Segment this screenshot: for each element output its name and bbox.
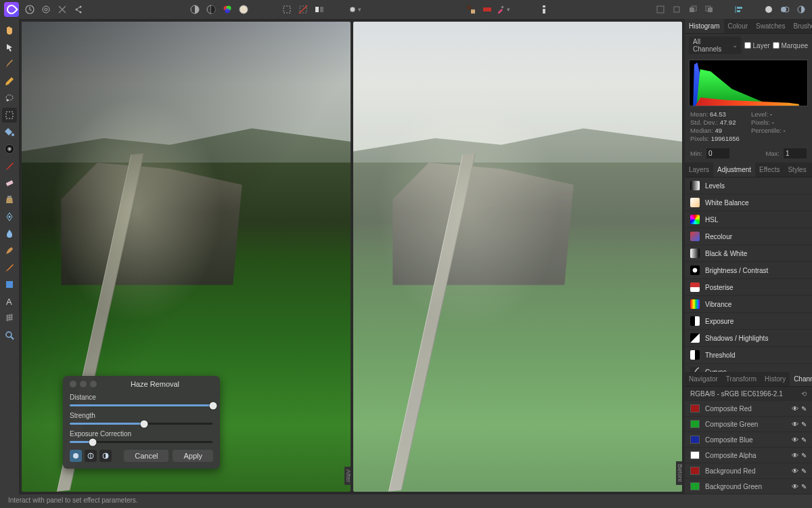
channel-background-red[interactable]: Background Red👁✎ [685,463,812,479]
adjustment-white-balance[interactable]: White Balance [685,194,812,211]
channel-background-green[interactable]: Background Green👁✎ [685,479,812,494]
adjustment-black-white[interactable]: Black & White [685,245,812,262]
adjustment-exposure[interactable]: Exposure [685,313,812,330]
pointer-tool[interactable] [2,40,17,55]
swatch-a-icon[interactable] [464,3,478,16]
adjustment-recolour[interactable]: Recolour [685,228,812,245]
histogram-channel-select[interactable]: All Channels [689,37,742,54]
adjustment-shadows-highlights[interactable]: Shadows / Highlights [685,330,812,347]
adjustment-brightness-contrast[interactable]: Brightness / Contrast [685,262,812,279]
split-icon[interactable] [313,3,326,16]
channel-visibility-icon[interactable]: 👁 [792,421,798,428]
clone-tool[interactable] [2,192,17,207]
adjustment-levels[interactable]: Levels [685,177,812,194]
channel-visibility-icon[interactable]: 👁 [792,405,798,412]
arrange-4-icon[interactable] [702,3,716,16]
channel-composite-green[interactable]: Composite Green👁✎ [685,417,812,432]
slider-distance[interactable] [70,404,213,406]
contrast-icon[interactable] [204,3,218,16]
marquee-tool[interactable] [2,108,17,123]
adjustment-threshold[interactable]: Threshold [685,347,812,364]
target-icon[interactable] [39,3,53,16]
channel-edit-icon[interactable]: ✎ [801,467,807,475]
tab-brushes[interactable]: Brushes [789,19,812,33]
channel-visibility-icon[interactable]: 👁 [792,436,798,444]
tab-styles[interactable]: Styles [784,163,810,177]
window-traffic-lights[interactable] [70,381,97,387]
tab-swatches[interactable]: Swatches [752,19,789,33]
fill-tool[interactable] [2,125,17,140]
channel-visibility-icon[interactable]: 👁 [792,452,798,459]
adjustment-curves[interactable]: Curves [685,364,812,372]
hand-tool[interactable] [2,23,17,38]
channel-composite-blue[interactable]: Composite Blue👁✎ [685,432,812,448]
preview-split-icon[interactable] [85,450,97,462]
adjustment-posterise[interactable]: Posterise [685,279,812,296]
histogram-layer-checkbox[interactable]: Layer [744,42,770,49]
smudge-tool[interactable] [2,243,17,258]
preview-mirror-icon[interactable] [99,450,112,462]
quickmask-dropdown[interactable] [348,3,361,16]
channel-composite-alpha[interactable]: Composite Alpha👁✎ [685,448,812,463]
disable-selection-icon[interactable] [296,3,310,16]
cancel-button[interactable]: Cancel [124,450,168,462]
pen-tool[interactable] [2,209,17,224]
channel-edit-icon[interactable]: ✎ [801,483,807,490]
channels-reset-icon[interactable]: ⟲ [801,390,807,398]
eyedropper-dropdown[interactable] [497,3,510,16]
orange-brush-tool[interactable] [2,260,17,275]
channel-visibility-icon[interactable]: 👁 [792,483,798,490]
tab-effects[interactable]: Effects [755,163,784,177]
lasso-tool[interactable] [2,91,17,106]
shape-tool[interactable] [2,277,17,292]
app-icon[interactable] [4,2,19,17]
tab-navigator[interactable]: Navigator [685,372,722,386]
arrange-1-icon[interactable] [654,3,667,16]
tab-layers[interactable]: Layers [685,163,713,177]
preview-full-icon[interactable] [70,450,82,462]
slider-strength[interactable] [70,423,213,425]
histogram-min-input[interactable] [706,148,729,158]
align-icon[interactable] [732,3,746,16]
arrange-2-icon[interactable] [670,3,683,16]
channel-edit-icon[interactable]: ✎ [801,452,807,459]
tone-icon[interactable] [237,3,250,16]
tab-adjustment[interactable]: Adjustment [713,163,755,177]
share-icon[interactable] [72,3,85,16]
halftone-icon[interactable] [188,3,202,16]
adjustment-vibrance[interactable]: Vibrance [685,296,812,313]
view-before[interactable]: Before [353,22,682,492]
histogram-max-input[interactable] [784,148,807,158]
swatch-b-icon[interactable] [480,3,494,16]
tab-history[interactable]: History [761,372,790,386]
zoom-tool[interactable] [2,328,17,343]
color-picker-tool[interactable] [2,142,17,156]
fx-a-icon[interactable] [762,3,775,16]
histogram-marquee-checkbox[interactable]: Marquee [773,42,808,49]
clock-icon[interactable] [23,3,37,16]
rgb-icon[interactable] [221,3,234,16]
channel-edit-icon[interactable]: ✎ [801,436,807,444]
slider-exposure-correction[interactable] [70,441,213,443]
fx-b-icon[interactable] [778,3,792,16]
blur-tool[interactable] [2,226,17,241]
info-icon[interactable] [537,3,551,16]
compare-icon[interactable] [55,3,69,16]
apply-button[interactable]: Apply [173,450,213,462]
brush-tool[interactable] [2,57,17,72]
channel-edit-icon[interactable]: ✎ [801,421,807,428]
tab-channels[interactable]: Channels [790,372,812,386]
pencil-tool[interactable] [2,74,17,89]
eraser-tool[interactable] [2,175,17,190]
fx-c-icon[interactable] [794,3,808,16]
channel-composite-red[interactable]: Composite Red👁✎ [685,401,812,417]
red-brush-tool[interactable] [2,158,17,173]
tab-transform[interactable]: Transform [722,372,761,386]
arrange-3-icon[interactable] [686,3,700,16]
channel-visibility-icon[interactable]: 👁 [792,467,798,475]
channel-edit-icon[interactable]: ✎ [801,405,807,412]
text-tool[interactable]: A [2,294,17,309]
grid-tool[interactable] [2,311,17,326]
marquee-dotted-icon[interactable] [280,3,294,16]
tab-histogram[interactable]: Histogram [685,19,724,33]
